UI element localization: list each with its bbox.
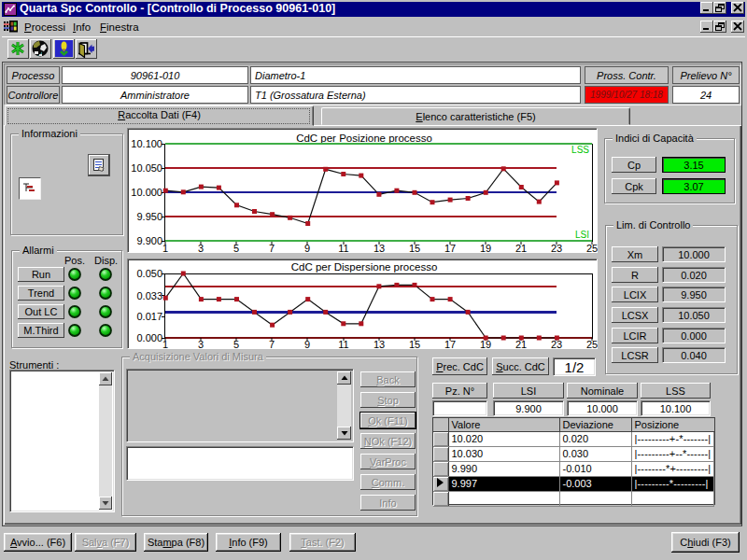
svg-text:LSI: LSI	[575, 230, 589, 240]
svg-text:10.050: 10.050	[131, 162, 162, 174]
svg-text:0.050: 0.050	[136, 268, 162, 279]
svg-text:CdC per Dispersione processo: CdC per Dispersione processo	[291, 261, 438, 273]
svg-text:0.033: 0.033	[136, 290, 162, 301]
svg-text:LSS: LSS	[571, 145, 589, 155]
svg-text:0.000: 0.000	[136, 332, 162, 343]
svg-text:10.100: 10.100	[131, 138, 162, 149]
svg-text:9.950: 9.950	[136, 211, 162, 222]
svg-text:CdC per Posizione processo: CdC per Posizione processo	[296, 133, 432, 144]
svg-text:9.900: 9.900	[136, 235, 162, 246]
svg-text:0.017: 0.017	[136, 311, 162, 322]
svg-text:10.000: 10.000	[131, 187, 162, 198]
